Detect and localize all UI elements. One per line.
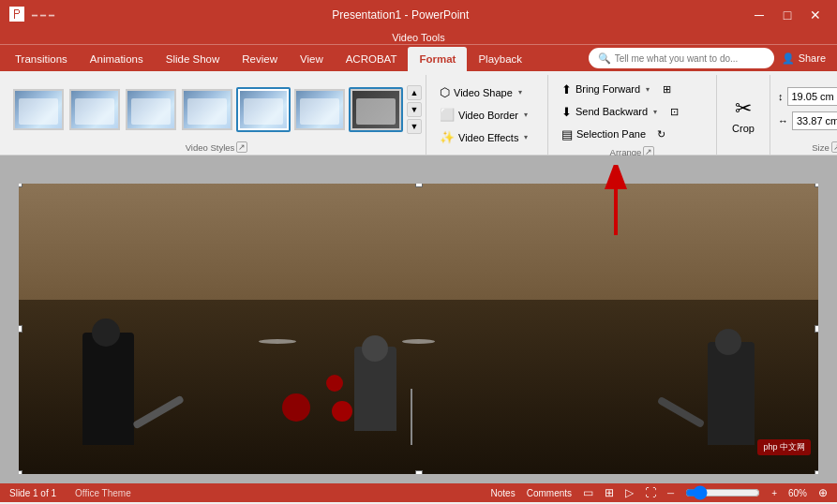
- zoom-level: 60%: [788, 488, 807, 498]
- zoom-in-btn[interactable]: +: [771, 488, 777, 498]
- crop-label: Crop: [732, 123, 755, 134]
- bring-forward-arrow: ▾: [644, 85, 651, 94]
- video-border-button[interactable]: ⬜ Video Border ▾: [434, 105, 535, 126]
- video-effects-button[interactable]: ✨ Video Effects ▾: [434, 127, 535, 148]
- arrange-icon-btn-3[interactable]: ↻: [655, 124, 667, 144]
- style-thumb-3[interactable]: [124, 87, 178, 132]
- crop-button[interactable]: ✂ Crop: [725, 87, 762, 143]
- video-shape-label: Video Shape: [454, 87, 513, 98]
- arrange-group: ⬆ Bring Forward ▾ ⊞ ⬇ Send Backward ▾: [548, 75, 717, 155]
- zoom-out-btn[interactable]: ─: [667, 488, 674, 498]
- video-container[interactable]: php 中文网: [19, 184, 818, 474]
- slide-info: Slide 1 of 1: [9, 488, 56, 498]
- video-styles-content: ▲ ▼ ▼: [11, 79, 422, 140]
- minimize-button[interactable]: ─: [747, 3, 771, 27]
- style-thumb-2[interactable]: [67, 87, 122, 132]
- fit-slide-btn[interactable]: ⊕: [818, 486, 828, 499]
- selection-pane-label: Selection Pane: [576, 128, 646, 140]
- title-controls: ─ □ ✕: [747, 3, 828, 27]
- slide-area[interactable]: php 中文网: [0, 156, 837, 483]
- style-scroll-arrows: ▲ ▼ ▼: [407, 85, 422, 134]
- crop-group: ✂ Crop: [717, 75, 770, 155]
- view-reading-icon[interactable]: ▷: [625, 486, 634, 499]
- tab-format[interactable]: Format: [408, 47, 467, 71]
- search-input[interactable]: [615, 53, 765, 64]
- style-thumb-6[interactable]: [292, 87, 347, 132]
- style-thumbnails: [11, 87, 403, 132]
- video-shape-arrow: ▾: [516, 88, 524, 96]
- tab-review[interactable]: Review: [231, 47, 289, 71]
- style-thumb-1[interactable]: [11, 87, 66, 132]
- style-thumb-7[interactable]: [349, 87, 403, 132]
- send-backward-icon: ⬇: [561, 105, 572, 119]
- title-bar: 🅿 ━ ━ ━ Presentation1 - PowerPoint ─ □ ✕: [0, 0, 837, 30]
- video-tools-bar: Video Tools: [0, 30, 837, 45]
- tab-view[interactable]: View: [289, 47, 335, 71]
- app-title: Presentation1 - PowerPoint: [332, 8, 469, 22]
- video-tools-label: Video Tools: [392, 32, 444, 43]
- video-styles-label: Video Styles ↗: [11, 140, 422, 153]
- selection-pane-icon: ▤: [561, 127, 573, 141]
- style-thumb-4[interactable]: [180, 87, 234, 132]
- comments-btn[interactable]: Comments: [527, 488, 572, 498]
- video-styles-dialog-launcher[interactable]: ↗: [236, 141, 247, 153]
- powerpoint-icon: 🅿: [9, 7, 24, 23]
- video-effects-arrow: ▾: [522, 133, 530, 141]
- crop-group-label: [725, 151, 762, 153]
- tab-slideshow[interactable]: Slide Show: [155, 47, 232, 71]
- scroll-more-arrow[interactable]: ▼: [407, 119, 422, 134]
- height-input[interactable]: [787, 87, 838, 106]
- tab-transitions[interactable]: Transitions: [4, 47, 79, 71]
- send-backward-row: ⬇ Send Backward ▾ ⊡: [556, 101, 709, 122]
- height-icon: ↕: [778, 91, 784, 102]
- arrange-buttons: ⬆ Bring Forward ▾ ⊞ ⬇ Send Backward ▾: [556, 79, 709, 144]
- title-bar-left: 🅿 ━ ━ ━: [9, 7, 54, 23]
- slide-theme: Office Theme: [75, 488, 131, 498]
- video-format-buttons: ⬡ Video Shape ▾ ⬜ Video Border ▾ ✨ Video…: [434, 82, 535, 148]
- width-input[interactable]: [792, 111, 837, 130]
- arrange-icon-btn-1[interactable]: ⊞: [661, 79, 673, 99]
- view-slidesorter-icon[interactable]: ⊞: [605, 486, 614, 499]
- size-dialog-launcher[interactable]: ↗: [831, 141, 837, 153]
- restore-button[interactable]: □: [775, 3, 800, 27]
- video-styles-group: ▲ ▼ ▼ Video Styles ↗: [4, 75, 426, 155]
- watermark: php 中文网: [757, 439, 811, 455]
- bring-forward-icon: ⬆: [561, 82, 572, 96]
- height-row: ↕ ▲ ▼: [778, 87, 837, 106]
- video-border-icon: ⬜: [440, 108, 455, 122]
- zoom-slider[interactable]: [685, 485, 760, 500]
- search-icon: 🔍: [598, 52, 611, 65]
- scroll-up-arrow[interactable]: ▲: [407, 85, 422, 100]
- notes-btn[interactable]: Notes: [491, 488, 516, 498]
- width-row: ↔ ▲ ▼: [778, 111, 837, 130]
- size-group-label: Size ↗: [778, 140, 837, 153]
- send-backward-button[interactable]: ⬇ Send Backward ▾: [556, 101, 665, 122]
- bring-forward-button[interactable]: ⬆ Bring Forward ▾: [556, 79, 657, 99]
- tab-animations[interactable]: Animations: [79, 47, 155, 71]
- share-button[interactable]: 👤 Share: [774, 48, 833, 68]
- bring-forward-label: Bring Forward: [575, 83, 640, 95]
- ribbon-tabs: Transitions Animations Slide Show Review…: [0, 45, 837, 71]
- search-box[interactable]: 🔍: [589, 48, 774, 68]
- video-shape-button[interactable]: ⬡ Video Shape ▾: [434, 82, 535, 103]
- selection-pane-button[interactable]: ▤ Selection Pane: [556, 124, 651, 144]
- tab-playback[interactable]: Playback: [467, 47, 533, 71]
- view-slideshow-icon[interactable]: ⛶: [645, 486, 656, 499]
- style-thumb-5[interactable]: [236, 87, 291, 132]
- tab-acrobat[interactable]: ACROBAT: [335, 47, 409, 71]
- arrange-icon-btn-2[interactable]: ⊡: [668, 101, 680, 122]
- scroll-down-arrow[interactable]: ▼: [407, 102, 422, 117]
- size-inputs: ↕ ▲ ▼ ↔ ▲ ▼: [778, 87, 837, 132]
- close-button[interactable]: ✕: [803, 3, 828, 27]
- video-shape-icon: ⬡: [440, 85, 450, 99]
- video-format-group-label: [434, 151, 540, 153]
- bring-forward-row: ⬆ Bring Forward ▾ ⊞: [556, 79, 709, 99]
- send-backward-arrow: ▾: [651, 108, 659, 116]
- view-normal-icon[interactable]: ▭: [583, 486, 593, 499]
- video-effects-icon: ✨: [440, 130, 455, 144]
- video-format-content: ⬡ Video Shape ▾ ⬜ Video Border ▾ ✨ Video…: [434, 79, 540, 151]
- crop-icon: ✂: [735, 96, 752, 121]
- crop-content: ✂ Crop: [725, 79, 762, 151]
- share-label: Share: [799, 52, 826, 64]
- video-border-arrow: ▾: [522, 111, 530, 119]
